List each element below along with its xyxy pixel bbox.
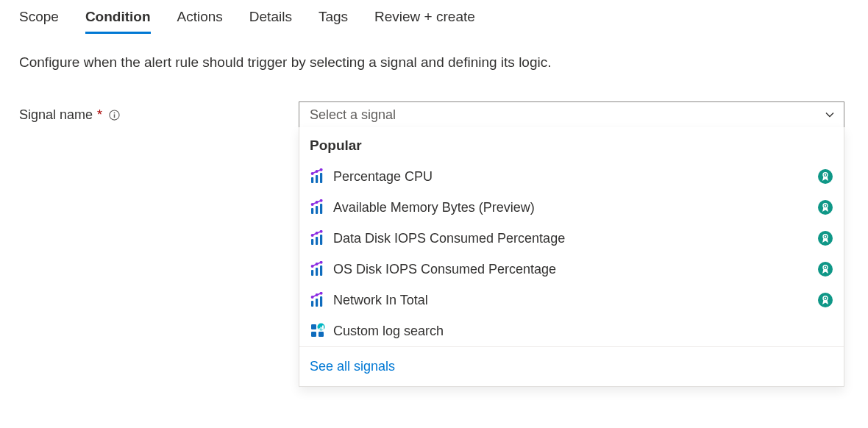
metric-chart-icon xyxy=(310,168,330,185)
info-icon[interactable] xyxy=(108,110,120,121)
recommended-badge-icon xyxy=(817,200,833,215)
svg-point-47 xyxy=(825,298,826,299)
signal-option[interactable]: Available Memory Bytes (Preview) xyxy=(299,192,844,223)
signal-option-label: Network In Total xyxy=(330,293,817,308)
recommended-badge-icon xyxy=(817,231,833,246)
log-search-icon xyxy=(310,323,330,339)
metric-chart-icon xyxy=(310,292,330,308)
tab-details[interactable]: Details xyxy=(249,4,292,34)
svg-rect-52 xyxy=(319,329,320,330)
svg-rect-54 xyxy=(322,326,324,330)
svg-rect-30 xyxy=(311,270,313,276)
tab-actions[interactable]: Actions xyxy=(177,4,223,34)
svg-rect-41 xyxy=(320,296,322,307)
svg-rect-22 xyxy=(316,237,318,245)
signal-name-dropdown-placeholder: Select a signal xyxy=(310,107,396,123)
svg-rect-12 xyxy=(311,208,313,214)
svg-rect-40 xyxy=(316,299,318,307)
svg-rect-39 xyxy=(311,301,313,307)
metric-chart-icon xyxy=(310,230,330,246)
recommended-badge-icon xyxy=(817,169,833,184)
tab-review-create[interactable]: Review + create xyxy=(374,4,475,34)
svg-point-38 xyxy=(825,267,826,268)
svg-rect-53 xyxy=(321,327,322,330)
tab-strip: ScopeConditionActionsDetailsTagsReview +… xyxy=(19,4,849,34)
metric-chart-icon xyxy=(310,261,330,277)
svg-point-11 xyxy=(825,174,826,176)
svg-rect-49 xyxy=(311,332,316,337)
signal-option[interactable]: Percentage CPU xyxy=(299,161,844,192)
svg-rect-5 xyxy=(320,173,322,183)
see-all-signals-link[interactable]: See all signals xyxy=(310,359,395,374)
chevron-down-icon xyxy=(825,110,835,120)
required-indicator: * xyxy=(97,101,102,128)
svg-point-20 xyxy=(825,205,826,207)
svg-rect-13 xyxy=(316,206,318,214)
svg-rect-32 xyxy=(320,265,322,276)
tab-condition[interactable]: Condition xyxy=(85,4,151,34)
signal-option-label: OS Disk IOPS Consumed Percentage xyxy=(330,262,817,277)
signal-name-label: Signal name * xyxy=(19,101,299,128)
tab-scope[interactable]: Scope xyxy=(19,4,59,34)
tab-tags[interactable]: Tags xyxy=(319,4,348,34)
signal-option[interactable]: Custom log search xyxy=(299,315,844,346)
svg-rect-50 xyxy=(319,332,324,337)
svg-rect-2 xyxy=(113,113,115,114)
svg-rect-23 xyxy=(320,235,322,245)
signal-list: Percentage CPU Available Memory Bytes (P… xyxy=(299,161,844,346)
recommended-badge-icon xyxy=(817,293,833,307)
recommended-badge-icon xyxy=(817,262,833,277)
svg-rect-3 xyxy=(311,177,313,183)
svg-rect-14 xyxy=(320,204,322,214)
svg-rect-1 xyxy=(113,114,115,118)
signal-name-row: Signal name * Select a signal xyxy=(19,101,849,387)
dropdown-footer: See all signals xyxy=(299,346,844,386)
metric-chart-icon xyxy=(310,199,330,215)
signal-group-title: Popular xyxy=(299,127,844,161)
signal-name-control: Select a signal Popular Percentage CPU xyxy=(299,101,844,387)
signal-option-label: Percentage CPU xyxy=(330,169,817,185)
signal-option[interactable]: OS Disk IOPS Consumed Percentage xyxy=(299,254,844,285)
svg-rect-21 xyxy=(311,239,313,245)
signal-name-dropdown[interactable]: Select a signal xyxy=(299,101,844,128)
tab-description: Configure when the alert rule should tri… xyxy=(19,54,849,71)
signal-name-label-text: Signal name xyxy=(19,101,93,128)
svg-rect-48 xyxy=(311,324,316,329)
svg-point-29 xyxy=(825,236,826,238)
svg-rect-4 xyxy=(316,175,318,183)
signal-option-label: Data Disk IOPS Consumed Percentage xyxy=(330,231,817,246)
signal-option-label: Available Memory Bytes (Preview) xyxy=(330,200,817,215)
signal-dropdown-panel: Popular Percentage CPU Available Memory … xyxy=(299,127,844,387)
signal-option[interactable]: Network In Total xyxy=(299,285,844,315)
svg-rect-31 xyxy=(316,268,318,276)
signal-option[interactable]: Data Disk IOPS Consumed Percentage xyxy=(299,223,844,254)
signal-option-label: Custom log search xyxy=(330,324,833,339)
